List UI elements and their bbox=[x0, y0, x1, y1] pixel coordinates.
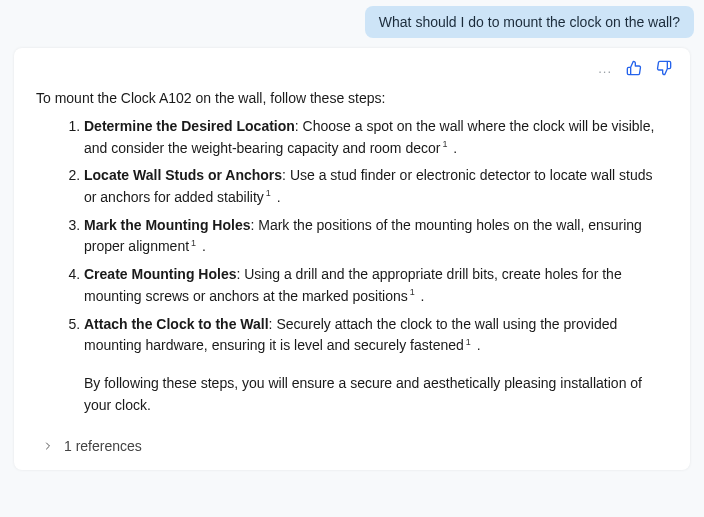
step-title: Locate Wall Studs or Anchors bbox=[84, 167, 282, 183]
references-label: 1 references bbox=[64, 438, 142, 454]
citation[interactable]: 1 bbox=[464, 337, 473, 347]
list-item: Mark the Mounting Holes: Mark the positi… bbox=[84, 215, 668, 258]
list-item: Locate Wall Studs or Anchors: Use a stud… bbox=[84, 165, 668, 208]
steps-list: Determine the Desired Location: Choose a… bbox=[36, 116, 668, 416]
list-item: Attach the Clock to the Wall: Securely a… bbox=[84, 314, 668, 417]
references-toggle[interactable]: 1 references bbox=[36, 438, 668, 460]
citation[interactable]: 1 bbox=[264, 188, 273, 198]
step-title: Create Mounting Holes bbox=[84, 266, 236, 282]
step-title: Mark the Mounting Holes bbox=[84, 217, 250, 233]
more-button[interactable]: ... bbox=[598, 61, 612, 76]
citation[interactable]: 1 bbox=[440, 139, 449, 149]
user-message-bubble: What should I do to mount the clock on t… bbox=[365, 6, 694, 38]
card-actions: ... bbox=[598, 60, 672, 76]
chevron-right-icon bbox=[42, 440, 54, 452]
step-title: Determine the Desired Location bbox=[84, 118, 295, 134]
thumbs-down-icon[interactable] bbox=[656, 60, 672, 76]
citation[interactable]: 1 bbox=[189, 238, 198, 248]
assistant-response-card: ... To mount the Clock A102 on the wall,… bbox=[14, 48, 690, 470]
list-item: Create Mounting Holes: Using a drill and… bbox=[84, 264, 668, 307]
step-title: Attach the Clock to the Wall bbox=[84, 316, 269, 332]
citation[interactable]: 1 bbox=[408, 287, 417, 297]
closing-text: By following these steps, you will ensur… bbox=[84, 373, 668, 416]
thumbs-up-icon[interactable] bbox=[626, 60, 642, 76]
list-item: Determine the Desired Location: Choose a… bbox=[84, 116, 668, 159]
response-intro: To mount the Clock A102 on the wall, fol… bbox=[36, 90, 668, 106]
